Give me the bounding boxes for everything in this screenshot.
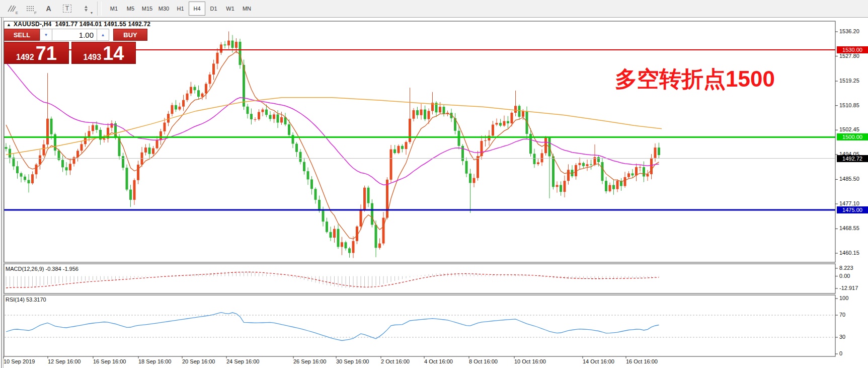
rsi-tick-label: 0 (839, 350, 842, 356)
price-tick-label: 1468.55 (839, 225, 859, 231)
sell-price-small: 1492 (16, 53, 34, 64)
time-tick-label: 18 Sep 16:00 (138, 358, 171, 364)
time-tick-label: 4 Oct 16:00 (424, 358, 453, 364)
mt-trading-terminal: EFAT▾ M1M5M15M30H1H4D1W1MN ▲XAUUSD-,H4 1… (0, 0, 868, 368)
timeframe-button-mn[interactable]: MN (239, 2, 255, 16)
price-line-label: 1500.00 (837, 133, 868, 140)
timeframe-button-h4[interactable]: H4 (189, 2, 205, 16)
price-line-label: 1475.00 (837, 206, 868, 213)
timeframe-button-h1[interactable]: H1 (172, 2, 189, 16)
timeframe-button-w1[interactable]: W1 (222, 2, 239, 16)
text-tool-icon-a[interactable]: A (40, 2, 57, 16)
chart-text-annotation: 多空转折点1500 (615, 67, 775, 91)
time-tick-label: 24 Sep 16:00 (226, 358, 259, 364)
time-tick-label: 8 Oct 16:00 (469, 358, 498, 364)
rsi-tick-label: 70 (839, 312, 845, 318)
timeframe-button-m15[interactable]: M15 (139, 2, 155, 16)
price-tick-label: 1502.45 (839, 126, 859, 132)
indicator-tool-icon-e[interactable]: E (3, 2, 20, 16)
price-tick-label: 1477.10 (839, 200, 859, 206)
time-tick-label: 14 Oct 16:00 (583, 358, 614, 364)
ohlc-values: 1491.77 1494.01 1491.55 1492.72 (55, 21, 151, 28)
volume-increase-button[interactable]: ▲ (97, 29, 109, 41)
time-tick-label: 30 Sep 16:00 (336, 358, 369, 364)
macd-tick-label: -12.917 (839, 285, 858, 291)
chart-symbol-header: ▲XAUUSD-,H4 1491.77 1494.01 1491.55 1492… (7, 21, 150, 28)
volume-input[interactable] (52, 29, 97, 41)
toolbar: EFAT▾ M1M5M15M30H1H4D1W1MN (0, 0, 868, 18)
symbol-period-label: XAUUSD-,H4 (14, 21, 51, 28)
time-tick-label: 16 Sep 16:00 (93, 358, 126, 364)
buy-price-quote[interactable]: 1493 14 (71, 42, 136, 64)
time-tick-label: 16 Oct 16:00 (626, 358, 658, 364)
timeframe-button-d1[interactable]: D1 (205, 2, 222, 16)
volume-decrease-button[interactable]: ▼ (40, 29, 52, 41)
cycle-arrows-tool-icon[interactable]: ▾ (77, 2, 95, 16)
sell-button[interactable]: SELL (4, 29, 40, 41)
time-tick-label: 26 Sep 16:00 (293, 358, 326, 364)
price-tick-label: 1527.80 (839, 53, 859, 59)
price-tick-label: 1510.85 (839, 102, 859, 108)
macd-tick-label: 0.00 (839, 273, 850, 279)
price-tick-label: 1460.15 (839, 250, 859, 256)
grid-tool-icon-f[interactable]: F (21, 2, 39, 16)
timeframe-button-m5[interactable]: M5 (122, 2, 139, 16)
time-tick-label: 20 Sep 16:00 (182, 358, 215, 364)
time-tick-label: 2 Oct 16:00 (381, 358, 410, 364)
buy-button[interactable]: BUY (113, 29, 147, 41)
sell-price-big: 71 (36, 42, 57, 64)
price-tick-label: 1536.20 (839, 28, 859, 34)
toolbar-separator (97, 2, 102, 16)
drawing-tools-group: EFAT▾ (2, 2, 95, 16)
rsi-indicator-label: RSI(14) 53.3170 (6, 297, 46, 303)
macd-tick-label: 8.223 (839, 265, 853, 271)
price-line-label: 1530.00 (837, 46, 868, 53)
timeframe-button-m30[interactable]: M30 (155, 2, 172, 16)
buy-price-big: 14 (103, 42, 124, 64)
time-tick-label: 12 Sep 16:00 (48, 358, 81, 364)
price-tick-label: 1519.25 (839, 78, 859, 84)
timeframe-buttons-group: M1M5M15M30H1H4D1W1MN (106, 2, 255, 16)
time-tick-label: 10 Sep 2019 (4, 358, 35, 364)
one-click-trading-panel: SELL ▼ ▲ BUY 1492 71 1493 14 (4, 29, 148, 64)
rsi-tick-label: 100 (839, 295, 848, 301)
timeframe-button-m1[interactable]: M1 (106, 2, 122, 16)
macd-indicator-label: MACD(12,26,9) -0.384 -1.956 (6, 266, 78, 272)
price-tick-label: 1485.50 (839, 176, 859, 182)
rsi-tick-label: 30 (839, 334, 845, 340)
label-tool-icon-t[interactable]: T (58, 2, 76, 16)
collapse-arrow-icon[interactable]: ▲ (7, 22, 11, 27)
current-price-label: 1492.72 (837, 155, 868, 162)
buy-price-small: 1493 (84, 53, 102, 64)
sell-price-quote[interactable]: 1492 71 (4, 42, 69, 64)
time-tick-label: 10 Oct 16:00 (514, 358, 546, 364)
